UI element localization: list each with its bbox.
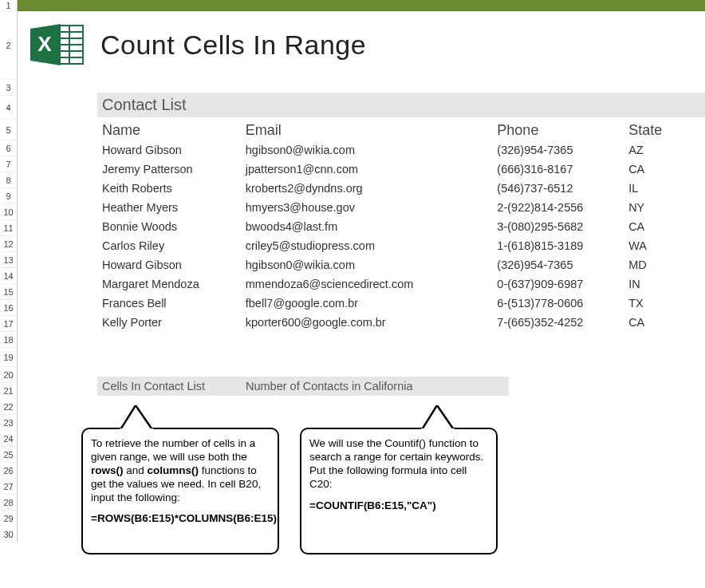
row-number[interactable]: 23 [0, 415, 17, 431]
row-number[interactable]: 17 [0, 316, 17, 332]
row-number[interactable]: 4 [0, 96, 17, 120]
callout1-rows-fn: rows() [91, 464, 124, 476]
row-number[interactable]: 18 [0, 332, 17, 348]
cell-phone[interactable]: 7-(665)352-4252 [497, 314, 628, 330]
cell-name[interactable]: Bonnie Woods [102, 219, 246, 235]
table-row[interactable]: Howard Gibsonhgibson0@wikia.com(326)954-… [97, 140, 705, 160]
table-row[interactable]: Jeremy Pattersonjpatterson1@cnn.com(666)… [97, 160, 705, 179]
col-header-email: Email [246, 122, 498, 139]
table-row[interactable]: Heather Myershmyers3@house.gov2-(922)814… [97, 198, 705, 217]
row-number[interactable]: 19 [0, 348, 17, 367]
cell-phone[interactable]: 6-(513)778-0606 [497, 295, 628, 311]
cell-phone[interactable]: 0-(637)909-6987 [497, 276, 628, 292]
cell-name[interactable]: Keith Roberts [102, 180, 246, 196]
row-number[interactable]: 28 [0, 495, 17, 511]
summary-header-row: Cells In Contact List Number of Contacts… [97, 377, 705, 396]
cell-state[interactable]: MD [628, 257, 700, 273]
cell-state[interactable]: CA [628, 314, 700, 330]
cell-name[interactable]: Jeremy Patterson [102, 161, 246, 177]
row-number[interactable]: 15 [0, 284, 17, 300]
row-number[interactable]: 16 [0, 300, 17, 316]
row-number[interactable]: 3 [0, 80, 17, 96]
cell-phone[interactable]: 2-(922)814-2556 [497, 199, 628, 215]
table-row[interactable]: Frances Bellfbell7@google.com.br6-(513)7… [97, 294, 705, 313]
row-number[interactable]: 5 [0, 120, 17, 140]
row-number[interactable]: 25 [0, 447, 17, 463]
table-row[interactable]: Bonnie Woodsbwoods4@last.fm3-(080)295-56… [97, 217, 705, 236]
cell-phone[interactable]: (546)737-6512 [497, 180, 628, 196]
cell-state[interactable]: WA [628, 238, 700, 254]
row-number[interactable]: 21 [0, 383, 17, 399]
svg-marker-11 [421, 405, 455, 431]
cell-state[interactable]: TX [628, 295, 700, 311]
row-number[interactable]: 14 [0, 268, 17, 284]
cell-email[interactable]: criley5@studiopress.com [246, 238, 498, 254]
callout2-text: We will use the Countif() function to se… [309, 437, 488, 491]
cell-name[interactable]: Margaret Mendoza [102, 276, 246, 292]
callout1-text-c: and [124, 464, 148, 476]
cell-state[interactable]: NY [628, 199, 700, 215]
row-number[interactable]: 9 [0, 188, 17, 204]
cell-phone[interactable]: 1-(618)815-3189 [497, 238, 628, 254]
cell-state[interactable]: IN [628, 276, 700, 292]
row-number[interactable]: 29 [0, 511, 17, 527]
row-number[interactable]: 30 [0, 527, 17, 543]
title-row: X Count Cells In Range [18, 11, 705, 78]
callout1-columns-fn: columns() [148, 464, 199, 476]
row-number[interactable]: 20 [0, 367, 17, 383]
row-number-gutter: 1234567891011121314151617181920212223242… [0, 0, 18, 543]
row-number[interactable]: 8 [0, 172, 17, 188]
cell-name[interactable]: Kelly Porter [102, 314, 246, 330]
col-header-name: Name [102, 122, 246, 139]
cell-name[interactable]: Carlos Riley [102, 238, 246, 254]
table-row[interactable]: Howard Gibsonhgibson0@wikia.com(326)954-… [97, 255, 705, 274]
cell-phone[interactable]: 3-(080)295-5682 [497, 219, 628, 235]
row-number[interactable]: 24 [0, 431, 17, 447]
cell-phone[interactable]: (326)954-7365 [497, 142, 628, 158]
cell-name[interactable]: Frances Bell [102, 295, 246, 311]
row-number[interactable]: 7 [0, 156, 17, 172]
cell-email[interactable]: kroberts2@dyndns.org [246, 180, 498, 196]
cell-state[interactable]: CA [628, 161, 700, 177]
table-row[interactable]: Margaret Mendozammendoza6@sciencedirect.… [97, 274, 705, 294]
cell-state[interactable]: CA [628, 219, 700, 235]
row-number[interactable]: 11 [0, 220, 17, 236]
cell-email[interactable]: hgibson0@wikia.com [246, 257, 498, 273]
row-number[interactable]: 10 [0, 204, 17, 220]
row-number[interactable]: 13 [0, 252, 17, 268]
contact-list-header: Contact List [97, 93, 705, 117]
cell-name[interactable]: Heather Myers [102, 199, 246, 215]
row-number[interactable]: 6 [0, 140, 17, 156]
cell-name[interactable]: Howard Gibson [102, 142, 246, 158]
table-row[interactable]: Carlos Rileycriley5@studiopress.com1-(61… [97, 236, 705, 255]
table-row[interactable]: Keith Robertskroberts2@dyndns.org(546)73… [97, 179, 705, 198]
cell-email[interactable]: hgibson0@wikia.com [246, 142, 498, 158]
cell-email[interactable]: hmyers3@house.gov [246, 199, 498, 215]
svg-rect-12 [421, 428, 455, 431]
row-number[interactable]: 2 [0, 11, 17, 80]
cell-email[interactable]: kporter600@google.com.br [246, 314, 498, 330]
cell-email[interactable]: fbell7@google.com.br [246, 295, 498, 311]
callout-countif: We will use the Countif() function to se… [300, 428, 498, 554]
row-number[interactable]: 26 [0, 463, 17, 479]
cell-name[interactable]: Howard Gibson [102, 257, 246, 273]
contact-table-body: Howard Gibsonhgibson0@wikia.com(326)954-… [97, 140, 705, 332]
cell-state[interactable]: AZ [628, 142, 700, 158]
row-number[interactable]: 27 [0, 479, 17, 495]
cell-email[interactable]: bwoods4@last.fm [246, 219, 498, 235]
svg-text:X: X [37, 32, 52, 56]
worksheet: X Count Cells In Range Contact List Name… [18, 0, 705, 554]
row-number[interactable]: 22 [0, 399, 17, 415]
callout-tail-icon [120, 405, 153, 431]
cell-state[interactable]: IL [628, 180, 700, 196]
cell-phone[interactable]: (326)954-7365 [497, 257, 628, 273]
row-number[interactable]: 1 [0, 0, 17, 11]
table-row[interactable]: Kelly Porterkporter600@google.com.br7-(6… [97, 313, 705, 332]
cell-email[interactable]: mmendoza6@sciencedirect.com [246, 276, 498, 292]
row-number[interactable]: 12 [0, 236, 17, 252]
summary-cells-label: Cells In Contact List [97, 377, 241, 396]
callout1-text-a: To retrieve the number of cells in a giv… [91, 437, 255, 463]
svg-rect-10 [120, 428, 153, 431]
cell-email[interactable]: jpatterson1@cnn.com [246, 161, 498, 177]
cell-phone[interactable]: (666)316-8167 [497, 161, 628, 177]
